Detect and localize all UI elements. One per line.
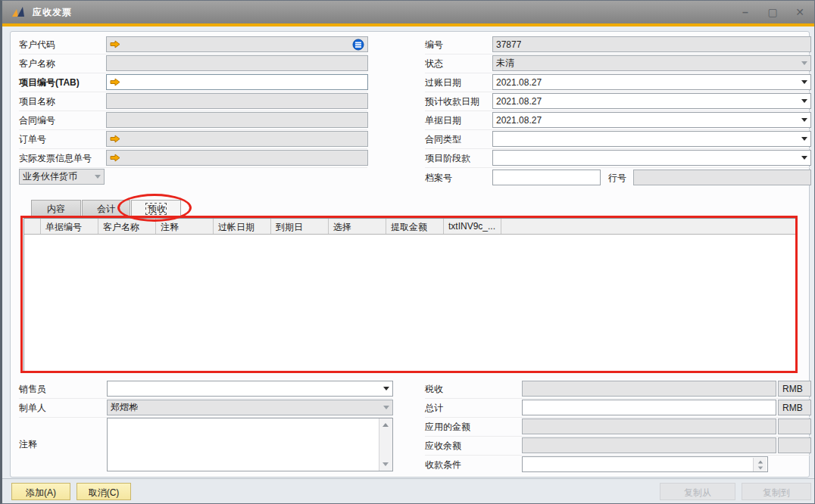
actual-invoice-info-field[interactable] bbox=[106, 150, 368, 166]
link-arrow-icon[interactable] bbox=[110, 78, 120, 86]
payment-terms-row: 收款条件 bbox=[425, 456, 811, 474]
table-header-row: 单据编号 客户名称 注释 过帐日期 到期日 选择 提取金额 txtINV9c_.… bbox=[24, 219, 795, 235]
archive-number-input[interactable] bbox=[492, 170, 601, 185]
contract-number-field bbox=[106, 112, 368, 128]
remarks-textarea[interactable] bbox=[108, 418, 379, 471]
salesperson-row: 销售员 bbox=[19, 380, 392, 399]
tax-row: 税收 RMB bbox=[425, 380, 811, 399]
posting-date-row: 过账日期 2021.08.27 bbox=[425, 73, 811, 92]
doc-number-field: 37877 bbox=[492, 36, 811, 52]
doc-number-row: 编号 37877 bbox=[425, 36, 811, 54]
applied-amount-row: 应用的金额 bbox=[425, 418, 811, 437]
order-number-field[interactable] bbox=[106, 131, 368, 147]
payment-terms-field[interactable] bbox=[522, 456, 768, 472]
remarks-textarea-wrapper bbox=[107, 418, 393, 471]
tab-accounting[interactable]: 会计 bbox=[82, 200, 130, 217]
expected-receipt-date-dropdown[interactable]: 2021.08.27 bbox=[492, 93, 811, 109]
project-name-label: 项目名称 bbox=[19, 95, 55, 108]
balance-due-label: 应收余额 bbox=[425, 440, 461, 453]
scroll-down-icon[interactable] bbox=[383, 462, 389, 466]
project-number-field[interactable] bbox=[106, 74, 368, 90]
total-label: 总计 bbox=[425, 402, 443, 415]
bp-currency-dropdown[interactable]: 业务伙伴货币 bbox=[19, 169, 105, 185]
table-header-customer-name[interactable]: 客户名称 bbox=[98, 219, 156, 234]
customer-name-label: 客户名称 bbox=[19, 58, 55, 70]
document-date-dropdown[interactable]: 2021.08.27 bbox=[492, 112, 811, 128]
archive-number-label: 档案号 bbox=[425, 172, 452, 185]
chevron-down-icon[interactable] bbox=[801, 80, 807, 84]
close-button[interactable]: ✕ bbox=[792, 5, 808, 19]
posting-date-label: 过账日期 bbox=[425, 76, 461, 89]
spinner-up-icon[interactable] bbox=[757, 461, 762, 464]
posting-date-dropdown[interactable]: 2021.08.27 bbox=[492, 74, 811, 90]
link-arrow-icon[interactable] bbox=[110, 154, 120, 162]
table-header-filler bbox=[501, 219, 795, 234]
expected-receipt-date-label: 预计收款日期 bbox=[425, 95, 479, 108]
table-header-doc-number[interactable]: 单据编号 bbox=[41, 219, 98, 234]
balance-due-currency-box bbox=[778, 437, 811, 453]
chevron-down-icon[interactable] bbox=[383, 387, 389, 390]
link-arrow-icon[interactable] bbox=[110, 135, 120, 143]
minimize-button[interactable]: – bbox=[737, 5, 754, 19]
maximize-button[interactable]: ▢ bbox=[764, 5, 781, 19]
line-number-label: 行号 bbox=[608, 172, 626, 185]
table-header-draw-amount[interactable]: 提取金额 bbox=[386, 219, 444, 234]
tab-advance-receipts[interactable]: 预收款 bbox=[131, 200, 181, 217]
contract-type-dropdown[interactable] bbox=[492, 131, 811, 147]
actual-invoice-info-row: 实际发票信息单号 bbox=[19, 149, 367, 168]
spinner-down-icon[interactable] bbox=[757, 467, 762, 470]
copy-from-button: 复制从 bbox=[660, 483, 735, 500]
total-field[interactable] bbox=[522, 400, 776, 415]
chevron-down-icon[interactable] bbox=[801, 99, 807, 103]
line-number-field bbox=[633, 170, 811, 185]
chevron-down-icon[interactable] bbox=[801, 156, 807, 160]
table-header-remarks[interactable]: 注释 bbox=[156, 219, 214, 234]
creator-row: 制单人 郑熠桦 bbox=[19, 399, 392, 418]
remarks-scrollbar[interactable] bbox=[379, 418, 392, 471]
choose-from-list-icon[interactable] bbox=[352, 39, 364, 51]
document-date-row: 单据日期 2021.08.27 bbox=[425, 111, 811, 130]
tab-content[interactable]: 内容 bbox=[31, 200, 81, 217]
remarks-label: 注释 bbox=[19, 438, 37, 451]
chevron-down-icon[interactable] bbox=[801, 137, 807, 141]
tax-currency-box: RMB bbox=[778, 381, 811, 397]
total-currency: RMB bbox=[782, 403, 803, 413]
tab-bar: 内容 会计 预收款 bbox=[31, 200, 182, 217]
table-header-posting-date[interactable]: 过帐日期 bbox=[214, 219, 271, 234]
total-currency-box: RMB bbox=[778, 400, 811, 415]
applied-amount-field bbox=[522, 418, 776, 434]
table-header-txtinv9c[interactable]: txtINV9c_... bbox=[444, 219, 501, 234]
balance-due-row: 应收余额 bbox=[425, 437, 811, 456]
applied-amount-label: 应用的金额 bbox=[425, 421, 470, 434]
cancel-button[interactable]: 取消(C) bbox=[77, 483, 131, 500]
chevron-down-icon bbox=[95, 175, 101, 179]
window-title: 应收发票 bbox=[33, 6, 72, 19]
project-stage-row: 项目阶段款 bbox=[425, 149, 811, 168]
order-number-row: 订单号 bbox=[19, 130, 367, 149]
salesperson-label: 销售员 bbox=[19, 383, 46, 396]
scroll-up-icon[interactable] bbox=[383, 423, 389, 427]
tax-field bbox=[522, 381, 776, 397]
customer-code-label: 客户代码 bbox=[19, 39, 55, 51]
customer-code-row: 客户代码 bbox=[19, 36, 367, 54]
advance-receipts-table[interactable]: 单据编号 客户名称 注释 过帐日期 到期日 选择 提取金额 txtINV9c_.… bbox=[23, 218, 796, 372]
payment-terms-label: 收款条件 bbox=[425, 459, 461, 471]
status-value: 未清 bbox=[496, 57, 514, 70]
payment-terms-spinner[interactable] bbox=[753, 458, 767, 472]
project-stage-dropdown[interactable] bbox=[492, 150, 811, 166]
status-label: 状态 bbox=[425, 58, 443, 70]
link-arrow-icon[interactable] bbox=[110, 40, 120, 48]
doc-number-label: 编号 bbox=[425, 39, 443, 51]
table-header-select[interactable]: 选择 bbox=[329, 219, 386, 234]
chevron-down-icon[interactable] bbox=[801, 118, 807, 122]
contract-number-label: 合同编号 bbox=[19, 114, 55, 127]
bp-currency-label: 业务伙伴货币 bbox=[23, 170, 77, 183]
customer-code-field[interactable] bbox=[106, 36, 368, 52]
contract-type-label: 合同类型 bbox=[425, 133, 461, 146]
doc-number-value: 37877 bbox=[496, 39, 521, 50]
table-header-due-date[interactable]: 到期日 bbox=[271, 219, 329, 234]
salesperson-dropdown[interactable] bbox=[107, 381, 393, 397]
add-button[interactable]: 添加(A) bbox=[11, 483, 70, 500]
total-row: 总计 RMB bbox=[425, 399, 811, 418]
tax-currency: RMB bbox=[782, 384, 803, 394]
